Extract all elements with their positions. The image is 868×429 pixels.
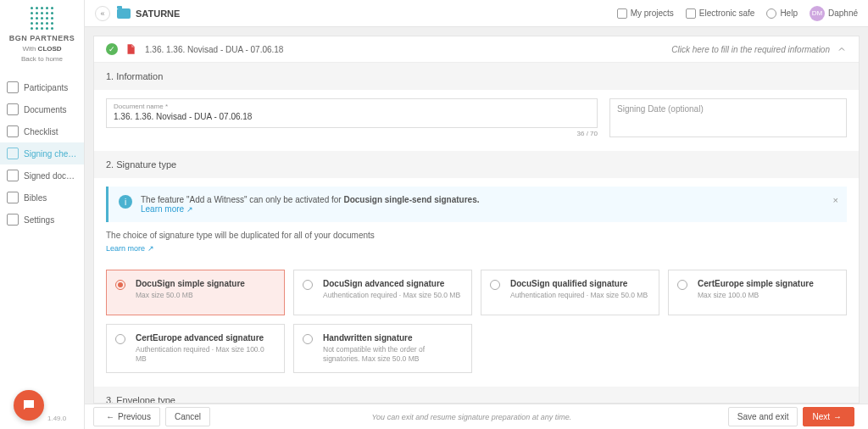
sidebar-item-participants[interactable]: Participants bbox=[0, 76, 84, 98]
sidebar-item-signed-documents[interactable]: Signed documents bbox=[0, 164, 84, 187]
sig-docusign-qualified[interactable]: DocuSign qualified signature Authenticat… bbox=[481, 270, 659, 315]
check-icon: ✓ bbox=[106, 43, 118, 55]
alert-close-button[interactable]: × bbox=[833, 195, 838, 205]
arrow-right-icon: → bbox=[833, 412, 842, 421]
signing-date-input[interactable]: Signing Date (optional) bbox=[609, 98, 847, 137]
electronic-safe-link[interactable]: Electronic safe bbox=[686, 8, 755, 19]
chat-fab[interactable] bbox=[14, 390, 44, 421]
section-information-body: Document name * 1.36. 1.36. Novisad - DU… bbox=[94, 90, 859, 151]
sidebar-item-signing-checklist[interactable]: Signing checklist bbox=[0, 142, 84, 164]
external-link-icon: ↗ bbox=[186, 205, 193, 214]
sidebar-item-documents[interactable]: Documents bbox=[0, 98, 84, 120]
section-signature-head: 2. Signature type bbox=[94, 151, 859, 178]
chat-icon bbox=[21, 398, 36, 413]
sliders-icon bbox=[7, 214, 19, 226]
people-icon bbox=[7, 81, 19, 93]
save-and-exit-button[interactable]: Save and exit bbox=[728, 407, 798, 426]
avatar: DM bbox=[810, 6, 825, 21]
radio-icon bbox=[303, 280, 313, 290]
document-name-input[interactable]: Document name * 1.36. 1.36. Novisad - DU… bbox=[106, 98, 598, 128]
radio-icon bbox=[115, 334, 125, 344]
alert-learn-more-link[interactable]: Learn more↗ bbox=[141, 204, 193, 214]
sig-handwritten[interactable]: Handwritten signature Not compatible wit… bbox=[293, 324, 472, 373]
user-menu[interactable]: DMDaphné bbox=[810, 6, 858, 21]
signature-type-grid: DocuSign simple signature Max size 50.0 … bbox=[106, 270, 847, 373]
radio-icon bbox=[303, 334, 313, 344]
document-header: ✓ 1.36. 1.36. Novisad - DUA - 07.06.18 C… bbox=[94, 36, 859, 63]
sidebar-item-settings[interactable]: Settings bbox=[0, 209, 84, 231]
wizard-footer: ←Previous Cancel You can exit and resume… bbox=[85, 404, 868, 429]
sidebar-item-checklist[interactable]: Checklist bbox=[0, 120, 84, 142]
cancel-button[interactable]: Cancel bbox=[165, 407, 210, 426]
previous-button[interactable]: ←Previous bbox=[93, 407, 160, 426]
safe-icon bbox=[686, 8, 696, 19]
signature-note-learn-more[interactable]: Learn more↗ bbox=[106, 244, 154, 253]
info-icon: i bbox=[119, 195, 132, 209]
sig-docusign-advanced[interactable]: DocuSign advanced signature Authenticati… bbox=[293, 270, 472, 315]
external-link-icon: ↗ bbox=[147, 244, 154, 253]
radio-icon bbox=[490, 280, 500, 290]
brand-logo bbox=[31, 7, 54, 31]
required-info-link[interactable]: Click here to fill in the required infor… bbox=[671, 45, 830, 54]
projects-icon bbox=[617, 8, 627, 19]
arrow-left-icon: ← bbox=[106, 412, 114, 421]
brand-block: BGN PARTNERS With CLOSD Back to home bbox=[0, 0, 84, 66]
book-icon bbox=[7, 192, 19, 203]
help-icon bbox=[766, 8, 776, 19]
signature-note: The choice of signature type will be dup… bbox=[106, 231, 847, 240]
sidebar-collapse-button[interactable]: « bbox=[95, 6, 110, 21]
brand-name: BGN PARTNERS bbox=[3, 34, 81, 42]
signed-icon bbox=[7, 170, 19, 181]
project-folder-icon bbox=[117, 8, 131, 19]
back-home-link[interactable]: Back to home bbox=[3, 55, 81, 63]
sig-certeurope-advanced[interactable]: CertEurope advanced signature Authentica… bbox=[106, 324, 285, 373]
brand-with: With CLOSD bbox=[3, 45, 81, 53]
witness-alert: i The feature "Add a Witness" can only b… bbox=[106, 187, 847, 222]
section-signature-body: i The feature "Add a Witness" can only b… bbox=[94, 178, 859, 387]
sidebar: BGN PARTNERS With CLOSD Back to home Par… bbox=[0, 0, 85, 429]
folder-icon bbox=[7, 103, 19, 115]
topbar: « SATURNE My projects Electronic safe He… bbox=[85, 0, 868, 27]
list-icon bbox=[7, 125, 19, 137]
radio-icon bbox=[677, 280, 687, 290]
wizard-card: ✓ 1.36. 1.36. Novisad - DUA - 07.06.18 C… bbox=[93, 36, 860, 404]
footer-note: You can exit and resume signature prepar… bbox=[215, 413, 728, 421]
sig-certeurope-simple[interactable]: CertEurope simple signature Max size 100… bbox=[668, 270, 847, 315]
chevron-up-icon[interactable] bbox=[837, 44, 847, 54]
sidebar-nav: Participants Documents Checklist Signing… bbox=[0, 76, 84, 231]
my-projects-link[interactable]: My projects bbox=[617, 8, 674, 19]
help-link[interactable]: Help bbox=[766, 8, 798, 19]
section-information-head: 1. Information bbox=[94, 63, 859, 90]
sig-docusign-simple[interactable]: DocuSign simple signature Max size 50.0 … bbox=[106, 270, 285, 315]
sidebar-item-bibles[interactable]: Bibles bbox=[0, 187, 84, 209]
pdf-icon bbox=[125, 43, 136, 55]
char-count: 36 / 70 bbox=[106, 130, 598, 137]
signing-icon bbox=[7, 148, 19, 159]
main-area: ✓ 1.36. 1.36. Novisad - DUA - 07.06.18 C… bbox=[85, 27, 868, 404]
section-envelope-head: 3. Envelope type bbox=[94, 387, 859, 404]
radio-icon bbox=[115, 280, 125, 290]
project-title: SATURNE bbox=[136, 8, 180, 19]
document-name: 1.36. 1.36. Novisad - DUA - 07.06.18 bbox=[145, 45, 283, 54]
version-label: 1.49.0 bbox=[47, 415, 66, 422]
next-button[interactable]: Next→ bbox=[803, 407, 854, 426]
